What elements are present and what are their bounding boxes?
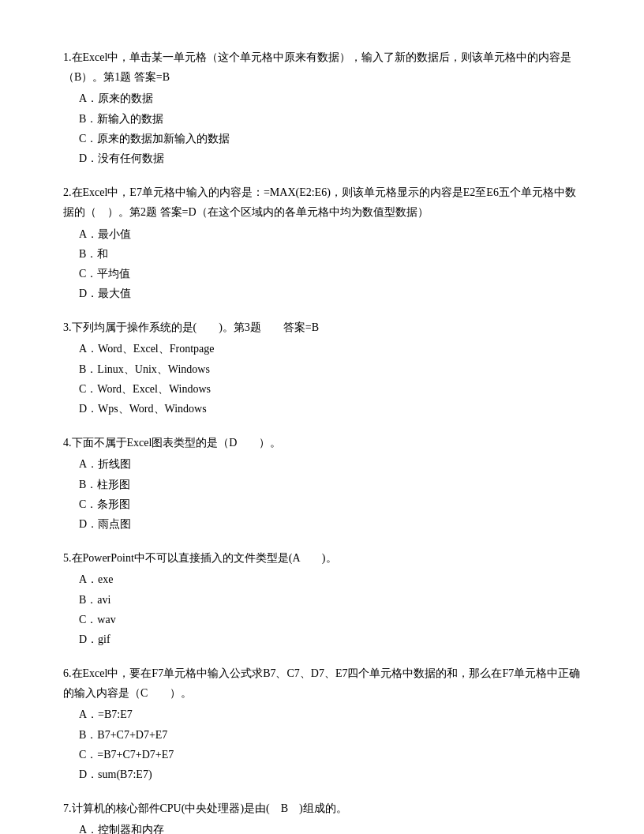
option-q5-2: C．wav [79,610,581,629]
option-q6-1: B．B7+C7+D7+E7 [79,725,581,745]
question-block-q3: 3.下列均属于操作系统的是( )。第3题 答案=BA．Word、Excel、Fr… [63,317,581,419]
question-block-q6: 6.在Excel中，要在F7单元格中输入公式求B7、C7、D7、E7四个单元格中… [63,663,581,784]
question-text-q3: 3.下列均属于操作系统的是( )。第3题 答案=B [63,317,581,337]
option-q6-3: D．sum(B7:E7) [79,764,581,784]
option-q3-2: C．Word、Excel、Windows [79,379,581,399]
option-q5-0: A．exe [79,569,581,589]
main-content: 1.在Excel中，单击某一单元格（这个单元格中原来有数据），输入了新的数据后，… [63,47,581,834]
question-text-q1: 1.在Excel中，单击某一单元格（这个单元格中原来有数据），输入了新的数据后，… [63,47,581,87]
option-q2-3: D．最大值 [79,284,581,303]
option-q4-1: B．柱形图 [79,475,581,494]
option-q4-3: D．雨点图 [79,514,581,534]
option-q4-2: C．条形图 [79,494,581,514]
question-block-q1: 1.在Excel中，单击某一单元格（这个单元格中原来有数据），输入了新的数据后，… [63,47,581,168]
question-text-q6: 6.在Excel中，要在F7单元格中输入公式求B7、C7、D7、E7四个单元格中… [63,663,581,703]
option-q2-2: C．平均值 [79,264,581,284]
option-q2-1: B．和 [79,244,581,264]
option-q1-2: C．原来的数据加新输入的数据 [79,129,581,148]
question-block-q4: 4.下面不属于Excel图表类型的是（D ）。A．折线图B．柱形图C．条形图D．… [63,433,581,534]
option-q3-1: B．Linux、Unix、Windows [79,359,581,379]
option-q4-0: A．折线图 [79,454,581,474]
question-text-q7: 7.计算机的核心部件CPU(中央处理器)是由( B )组成的。 [63,798,581,818]
option-q5-3: D．gif [79,629,581,649]
option-q1-1: B．新输入的数据 [79,109,581,129]
option-q6-2: C．=B7+C7+D7+E7 [79,745,581,764]
option-q6-0: A．=B7:E7 [79,704,581,724]
option-q2-0: A．最小值 [79,224,581,244]
question-block-q7: 7.计算机的核心部件CPU(中央处理器)是由( B )组成的。A．控制器和内存B… [63,798,581,834]
question-text-q5: 5.在PowerPoint中不可以直接插入的文件类型是(A )。 [63,548,581,568]
question-text-q2: 2.在Excel中，E7单元格中输入的内容是：=MAX(E2:E6)，则该单元格… [63,182,581,222]
question-text-q4: 4.下面不属于Excel图表类型的是（D ）。 [63,433,581,453]
option-q1-0: A．原来的数据 [79,88,581,108]
question-block-q5: 5.在PowerPoint中不可以直接插入的文件类型是(A )。A．exeB．a… [63,548,581,649]
option-q5-1: B．avi [79,590,581,610]
question-block-q2: 2.在Excel中，E7单元格中输入的内容是：=MAX(E2:E6)，则该单元格… [63,182,581,303]
option-q7-0: A．控制器和内存 [79,820,581,834]
option-q1-3: D．没有任何数据 [79,148,581,168]
option-q3-0: A．Word、Excel、Frontpage [79,339,581,359]
option-q3-3: D．Wps、Word、Windows [79,399,581,419]
